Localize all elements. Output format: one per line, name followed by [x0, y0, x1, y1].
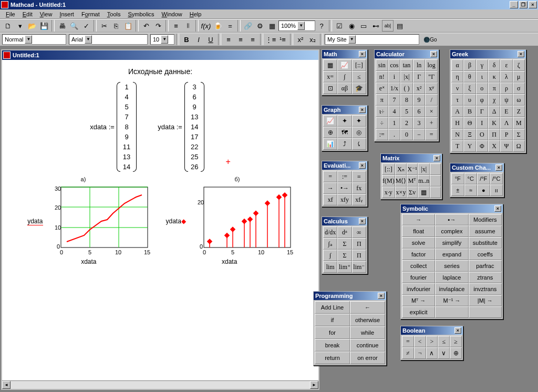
- greek-icon[interactable]: αβ: [337, 82, 351, 94]
- palette-item[interactable]: series: [435, 260, 468, 272]
- palette-item[interactable]: =: [425, 129, 438, 140]
- palette-item[interactable]: π: [488, 82, 500, 94]
- sub-icon[interactable]: x₂: [307, 34, 318, 45]
- palette-item[interactable]: .: [388, 129, 401, 140]
- palette-item[interactable]: β: [463, 59, 475, 71]
- palette-item[interactable]: ζ: [513, 59, 525, 71]
- palette-item[interactable]: factor: [402, 249, 435, 260]
- palette-item[interactable]: >: [426, 336, 438, 347]
- palette-item[interactable]: 7: [388, 94, 401, 106]
- palette-programming[interactable]: Programming× Add Line←ifotherwiseforwhil…: [313, 291, 387, 366]
- sym-icon[interactable]: 🎓: [352, 82, 366, 94]
- palette-item[interactable]: explicit: [402, 306, 435, 318]
- palette-item[interactable]: ( ): [400, 82, 413, 94]
- palette-item[interactable]: Ν: [451, 129, 463, 140]
- palette-item[interactable]: ≤: [438, 336, 450, 347]
- table-icon[interactable]: ▦: [266, 20, 278, 32]
- undo-icon[interactable]: ↶: [140, 20, 152, 32]
- palette-item[interactable]: →: [402, 214, 435, 225]
- palette-item[interactable]: expand: [435, 249, 468, 260]
- palette-item[interactable]: 1: [388, 117, 401, 129]
- palette-evaluation[interactable]: Evaluati...× =:=≡ →•→fx xfxfyxfᵧ: [322, 161, 368, 207]
- align-left-icon[interactable]: ≡: [223, 34, 234, 45]
- palette-item[interactable]: 1/x: [388, 82, 401, 94]
- palette-item[interactable]: Σ: [513, 129, 525, 140]
- palette-item[interactable]: ıı: [490, 184, 503, 196]
- palette-item[interactable]: "Γ: [425, 71, 438, 82]
- palette-item[interactable]: 4: [388, 106, 401, 117]
- palette-item[interactable]: Τ: [451, 140, 463, 152]
- prog-icon[interactable]: ⊡: [323, 82, 337, 94]
- italic-button[interactable]: I: [193, 34, 204, 45]
- palette-item[interactable]: ε: [500, 59, 512, 71]
- palette-item[interactable]: +: [425, 117, 438, 129]
- zoom-combo[interactable]: 100%▼: [278, 20, 315, 31]
- palette-item[interactable]: ρ: [500, 82, 512, 94]
- palette-item[interactable]: Ξ: [463, 129, 475, 140]
- fx-icon[interactable]: f(x): [200, 20, 212, 32]
- matrix-icon[interactable]: [::]: [352, 59, 366, 71]
- palette-item[interactable]: :=: [376, 129, 388, 140]
- close-icon[interactable]: ×: [454, 327, 461, 334]
- palette-item[interactable]: <: [414, 336, 426, 347]
- palette-item[interactable]: solve: [402, 237, 435, 249]
- help-icon[interactable]: ?: [316, 20, 327, 32]
- calc-icon[interactable]: ▦: [323, 59, 337, 71]
- palette-item[interactable]: Λ: [500, 117, 512, 129]
- minimize-button[interactable]: _: [510, 1, 518, 8]
- palette-item[interactable]: collect: [402, 260, 435, 272]
- copy-icon[interactable]: ⎘: [110, 20, 122, 32]
- menu-window[interactable]: Window: [158, 10, 186, 18]
- palette-item[interactable]: [469, 306, 502, 318]
- palette-item[interactable]: λ: [500, 71, 512, 82]
- palette-item[interactable]: χ: [488, 94, 500, 106]
- palette-item[interactable]: |M| →: [469, 295, 502, 306]
- palette-item[interactable]: ξ: [463, 82, 475, 94]
- palette-item[interactable]: Ω: [513, 140, 525, 152]
- palette-item[interactable]: 5: [400, 106, 413, 117]
- menu-help[interactable]: Help: [186, 10, 205, 18]
- palette-item[interactable]: fourier: [402, 272, 435, 283]
- palette-item[interactable]: ¬: [414, 347, 426, 359]
- palette-item[interactable]: ∧: [426, 347, 438, 359]
- menu-view[interactable]: View: [36, 10, 56, 18]
- list-icon[interactable]: ▤: [394, 20, 406, 32]
- radio-icon[interactable]: ◉: [346, 20, 357, 32]
- palette-item[interactable]: x²: [413, 82, 426, 94]
- palette-item[interactable]: eˣ: [376, 82, 388, 94]
- palette-item[interactable]: ztrans: [469, 272, 502, 283]
- scrollbar-horizontal[interactable]: ◄►: [2, 380, 318, 389]
- palette-item[interactable]: Κ: [488, 117, 500, 129]
- go-button[interactable]: 🌑 Go: [420, 34, 441, 45]
- palette-item[interactable]: i: [388, 71, 401, 82]
- unit-icon[interactable]: 🍺: [212, 20, 224, 32]
- palette-item[interactable]: simplify: [435, 237, 468, 249]
- palette-custom[interactable]: Custom Cha...× °F°C/°F/°C±≈●ıı: [450, 163, 504, 198]
- text-icon[interactable]: ab|: [382, 20, 394, 32]
- underline-button[interactable]: U: [205, 34, 216, 45]
- palette-item[interactable]: ≈: [464, 184, 478, 196]
- palette-item[interactable]: ln: [413, 59, 426, 71]
- palette-item[interactable]: α: [451, 59, 463, 71]
- document-content[interactable]: Исходные данные: xdata := 145789111314 y…: [2, 60, 318, 379]
- palette-item[interactable]: ≥: [450, 336, 462, 347]
- palette-item[interactable]: κ: [488, 71, 500, 82]
- close-icon[interactable]: ×: [359, 107, 366, 113]
- palette-item[interactable]: °F: [451, 173, 464, 184]
- palette-item[interactable]: 6: [413, 106, 426, 117]
- paste-icon[interactable]: 📋: [122, 20, 134, 32]
- close-icon[interactable]: ×: [378, 293, 385, 299]
- palette-item[interactable]: Ο: [476, 129, 488, 140]
- palette-item[interactable]: ι÷: [376, 106, 388, 117]
- slider-icon[interactable]: ⊷: [370, 20, 381, 32]
- save-icon[interactable]: 💾: [38, 20, 50, 32]
- palette-item[interactable]: −: [413, 129, 426, 140]
- palette-item[interactable]: ω: [513, 94, 525, 106]
- bool-icon[interactable]: ≤: [352, 71, 366, 82]
- numbers-icon[interactable]: ¹≡: [277, 34, 288, 45]
- palette-item[interactable]: ψ: [500, 94, 512, 106]
- palette-item[interactable]: Ρ: [500, 129, 512, 140]
- check-icon[interactable]: ☑: [334, 20, 345, 32]
- palette-item[interactable]: 9: [413, 94, 426, 106]
- print-icon[interactable]: 🖶: [56, 20, 68, 32]
